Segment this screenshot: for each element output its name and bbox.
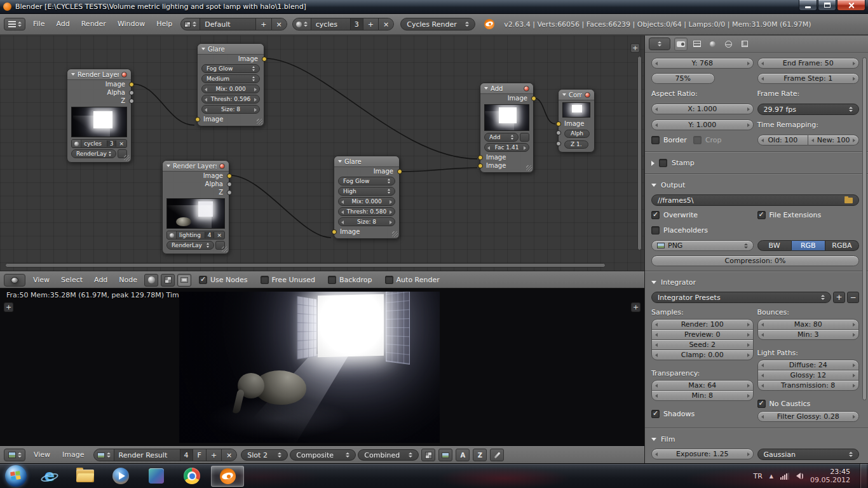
file-format-dropdown[interactable]: PNG: [651, 240, 754, 251]
glare-size-field[interactable]: Size: 8: [338, 217, 395, 226]
compression-slider[interactable]: Compression: 0%: [651, 255, 859, 266]
glare-threshold-field[interactable]: Thresh: 0.580: [338, 207, 395, 216]
taskbar-media-player[interactable]: [104, 466, 137, 487]
z-input-field[interactable]: Z 1.: [564, 140, 588, 149]
glare-mix-field[interactable]: Mix: 0.000: [338, 197, 395, 206]
render-engine-dropdown[interactable]: Cycles Render: [400, 18, 475, 30]
clock[interactable]: 23:45 09.05.2012: [810, 468, 850, 484]
display-z-toggle[interactable]: Z: [473, 449, 487, 461]
remove-preset-button[interactable]: −: [847, 292, 859, 303]
node-header[interactable]: Render Layers: [67, 69, 131, 80]
tab-render-layers[interactable]: [690, 37, 703, 51]
horizontal-scrollbar[interactable]: [5, 263, 606, 268]
fake-user-button[interactable]: F: [193, 449, 206, 461]
image-input-socket[interactable]: [478, 163, 483, 168]
glare-threshold-field[interactable]: Thresh: 0.596: [201, 95, 260, 104]
render-layer-dropdown[interactable]: RenderLay: [71, 149, 116, 158]
image-input-socket[interactable]: [556, 121, 561, 126]
z-output-socket[interactable]: [129, 98, 134, 104]
integrator-presets-dropdown[interactable]: Integrator Presets: [651, 292, 831, 303]
node-header[interactable]: Glare: [198, 44, 264, 55]
stamp-checkbox[interactable]: [659, 159, 667, 167]
collapse-icon[interactable]: [562, 93, 566, 96]
menu-file[interactable]: File: [28, 17, 50, 31]
glare-type-dropdown[interactable]: Fog Glow: [338, 177, 395, 186]
resize-grip[interactable]: [257, 119, 262, 125]
node-menu-select[interactable]: Select: [56, 273, 88, 287]
browse-scene-button[interactable]: [293, 18, 311, 30]
alpha-output-socket[interactable]: [129, 90, 134, 95]
display-alpha-toggle[interactable]: A: [456, 449, 470, 461]
scene-users-count[interactable]: 3: [350, 18, 363, 30]
editor-type-selector-node[interactable]: [4, 274, 25, 287]
collapse-icon[interactable]: [201, 48, 205, 50]
resize-grip[interactable]: [222, 247, 227, 252]
film-panel-header[interactable]: Film: [651, 433, 859, 445]
node-render-layers-1[interactable]: Render Layers Image Alpha Z cycles 3 ×: [67, 69, 132, 163]
browse-image-button[interactable]: [94, 449, 114, 461]
scene-datablock-field[interactable]: lighting 4 ×: [166, 231, 225, 240]
node-header[interactable]: Render Layers: [163, 161, 229, 172]
unlink-icon[interactable]: ×: [116, 140, 126, 147]
browse-layout-button[interactable]: [181, 18, 200, 30]
remap-new-field[interactable]: New: 100: [808, 135, 859, 146]
render-layer-dropdown[interactable]: RenderLay: [166, 241, 214, 250]
volume-icon[interactable]: [796, 473, 803, 479]
output-panel-header[interactable]: Output: [651, 179, 859, 191]
shader-nodes-toggle[interactable]: [144, 274, 158, 287]
glare-mix-field[interactable]: Mix: 0.000: [201, 85, 260, 93]
editor-type-selector-properties[interactable]: [649, 37, 670, 50]
tab-render[interactable]: [674, 37, 688, 51]
editor-type-selector-info[interactable]: [4, 18, 25, 30]
seed-field[interactable]: Seed: 2: [651, 339, 754, 350]
taskbar-blender[interactable]: [211, 466, 244, 487]
collapse-icon[interactable]: [71, 73, 75, 76]
display-color-toggle[interactable]: [438, 449, 452, 461]
alpha-checker-toggle[interactable]: [421, 449, 435, 461]
render-samples-field[interactable]: Render: 100: [651, 319, 754, 330]
properties-scrollbar[interactable]: [862, 57, 867, 400]
folder-icon[interactable]: [844, 198, 853, 203]
scene-name[interactable]: cycles: [311, 18, 350, 30]
transparency-max-field[interactable]: Max: 64: [651, 380, 754, 391]
texture-nodes-toggle[interactable]: [161, 274, 175, 287]
overwrite-checkbox[interactable]: Overwrite: [651, 210, 754, 220]
image-output-socket[interactable]: [129, 82, 134, 87]
remap-old-field[interactable]: Old: 100: [757, 135, 809, 146]
menu-help[interactable]: Help: [151, 17, 177, 31]
no-caustics-checkbox[interactable]: No Caustics: [757, 398, 860, 409]
crop-checkbox[interactable]: Crop: [693, 135, 722, 146]
taskbar-chrome[interactable]: [175, 466, 208, 487]
use-alpha-toggle[interactable]: [520, 133, 529, 142]
users-count[interactable]: 4: [205, 232, 214, 238]
transparency-min-field[interactable]: Min: 8: [651, 390, 754, 401]
delete-scene-button[interactable]: ×: [378, 18, 393, 30]
image-input-socket[interactable]: [195, 117, 200, 122]
add-scene-button[interactable]: +: [363, 18, 378, 30]
glare-quality-dropdown[interactable]: High: [338, 187, 395, 196]
language-indicator[interactable]: TR: [753, 472, 762, 480]
resize-grip[interactable]: [526, 165, 532, 171]
delete-layout-button[interactable]: ×: [271, 18, 287, 30]
node-mix-add[interactable]: Add Image Add Fac 1.41 Image Ima: [480, 83, 534, 173]
add-layout-button[interactable]: +: [255, 18, 271, 30]
expand-region-button[interactable]: +: [631, 302, 641, 312]
tab-scene[interactable]: [706, 37, 719, 51]
alpha-input-field[interactable]: Alph: [564, 130, 590, 138]
image-menu-image[interactable]: Image: [57, 448, 89, 462]
slot-dropdown[interactable]: Slot 2: [241, 449, 288, 461]
menu-render[interactable]: Render: [76, 17, 111, 31]
color-mode-rgb[interactable]: RGB: [792, 240, 825, 251]
unlink-image-button[interactable]: ×: [221, 449, 236, 461]
collapse-icon[interactable]: [338, 160, 342, 163]
node-menu-add[interactable]: Add: [89, 273, 112, 287]
image-menu-view[interactable]: View: [29, 448, 55, 462]
image-output-socket[interactable]: [531, 96, 536, 101]
image-input-socket[interactable]: [332, 229, 337, 234]
tab-world[interactable]: [722, 37, 735, 51]
z-output-socket[interactable]: [227, 190, 232, 195]
add-preset-button[interactable]: +: [833, 292, 845, 303]
frame-rate-dropdown[interactable]: 29.97 fps: [757, 104, 860, 115]
factor-field[interactable]: Fac 1.41: [484, 143, 529, 152]
node-menu-node[interactable]: Node: [114, 273, 142, 287]
